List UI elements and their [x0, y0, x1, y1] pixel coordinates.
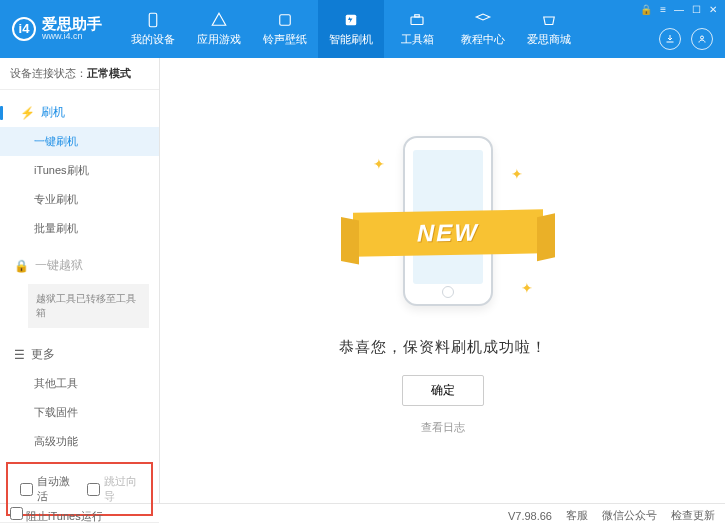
success-message: 恭喜您，保资料刷机成功啦！ [339, 338, 547, 357]
svg-rect-4 [415, 15, 420, 17]
sidebar-item-batch[interactable]: 批量刷机 [0, 214, 159, 243]
svg-rect-3 [411, 17, 423, 25]
sparkle-icon: ✦ [521, 280, 533, 296]
footer-update[interactable]: 检查更新 [671, 508, 715, 523]
checkbox-autoactivate[interactable]: 自动激活 [20, 474, 73, 504]
svg-point-5 [701, 36, 704, 39]
lock-icon[interactable]: 🔒 [640, 4, 652, 15]
svg-rect-0 [149, 13, 157, 27]
sidebar-item-itunes[interactable]: iTunes刷机 [0, 156, 159, 185]
sparkle-icon: ✦ [373, 156, 385, 172]
new-ribbon: NEW [353, 209, 543, 256]
checkbox-skipsetup[interactable]: 跳过向导 [87, 474, 140, 504]
sparkle-icon: ✦ [511, 166, 523, 182]
close-icon[interactable]: ✕ [709, 4, 717, 15]
sidebar: 设备连接状态：正常模式 ⚡刷机 一键刷机 iTunes刷机 专业刷机 批量刷机 … [0, 58, 160, 503]
nav-apps[interactable]: 应用游戏 [186, 0, 252, 58]
footer-wechat[interactable]: 微信公众号 [602, 508, 657, 523]
sidebar-item-advanced[interactable]: 高级功能 [0, 427, 159, 456]
sidebar-section-jailbreak[interactable]: 🔒一键越狱 [0, 251, 159, 280]
nav-flash[interactable]: 智能刷机 [318, 0, 384, 58]
top-nav: 我的设备 应用游戏 铃声壁纸 智能刷机 工具箱 教程中心 爱思商城 [120, 0, 582, 58]
download-button[interactable] [659, 28, 681, 50]
sidebar-item-other[interactable]: 其他工具 [0, 369, 159, 398]
footer-support[interactable]: 客服 [566, 508, 588, 523]
flash-icon: ⚡ [20, 106, 35, 120]
app-header: i4 爱思助手 www.i4.cn 我的设备 应用游戏 铃声壁纸 智能刷机 工具… [0, 0, 725, 58]
device-status: 设备连接状态：正常模式 [0, 58, 159, 90]
maximize-icon[interactable]: ☐ [692, 4, 701, 15]
app-url: www.i4.cn [42, 32, 102, 42]
jailbreak-note: 越狱工具已转移至工具箱 [28, 284, 149, 328]
success-illustration: NEW ✦ ✦ ✦ [333, 126, 553, 326]
view-log-link[interactable]: 查看日志 [421, 420, 465, 435]
logo: i4 爱思助手 www.i4.cn [12, 16, 102, 42]
svg-rect-1 [280, 15, 291, 26]
nav-ringtones[interactable]: 铃声壁纸 [252, 0, 318, 58]
lock-icon: 🔒 [14, 259, 29, 273]
user-button[interactable] [691, 28, 713, 50]
sidebar-section-more[interactable]: ☰更多 [0, 340, 159, 369]
checkbox-block-itunes[interactable]: 阻止iTunes运行 [10, 507, 103, 524]
ok-button[interactable]: 确定 [402, 375, 484, 406]
nav-my-device[interactable]: 我的设备 [120, 0, 186, 58]
menu-icon[interactable]: ≡ [660, 4, 666, 15]
minimize-icon[interactable]: — [674, 4, 684, 15]
version-label: V7.98.66 [508, 510, 552, 522]
sidebar-item-oneclick[interactable]: 一键刷机 [0, 127, 159, 156]
sidebar-item-download[interactable]: 下载固件 [0, 398, 159, 427]
sidebar-item-pro[interactable]: 专业刷机 [0, 185, 159, 214]
app-name: 爱思助手 [42, 16, 102, 33]
window-controls: 🔒 ≡ — ☐ ✕ [640, 4, 717, 15]
sidebar-section-flash[interactable]: ⚡刷机 [0, 98, 159, 127]
main-content: NEW ✦ ✦ ✦ 恭喜您，保资料刷机成功啦！ 确定 查看日志 [160, 58, 725, 503]
logo-icon: i4 [12, 17, 36, 41]
nav-tutorials[interactable]: 教程中心 [450, 0, 516, 58]
menu-icon: ☰ [14, 348, 25, 362]
nav-toolbox[interactable]: 工具箱 [384, 0, 450, 58]
nav-store[interactable]: 爱思商城 [516, 0, 582, 58]
